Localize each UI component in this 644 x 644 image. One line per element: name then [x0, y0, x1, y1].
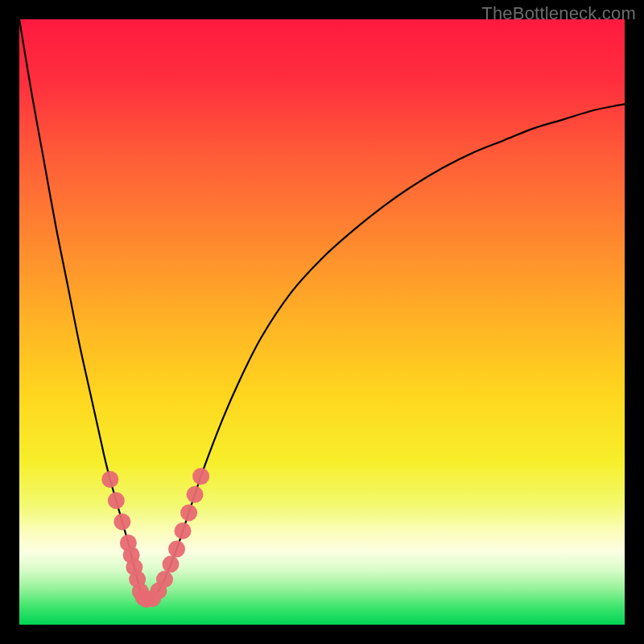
highlight-point [114, 514, 130, 530]
plot-area [19, 19, 625, 625]
highlight-point [187, 486, 204, 503]
highlight-point [101, 471, 118, 488]
highlight-point [175, 522, 192, 539]
highlight-point [156, 571, 173, 588]
highlight-point [163, 555, 180, 572]
chart-frame: TheBottleneck.com [0, 0, 644, 644]
highlight-point [192, 468, 209, 485]
gradient-background [19, 19, 625, 625]
bottleneck-chart [19, 19, 625, 625]
highlight-point [180, 504, 197, 521]
highlight-point [168, 541, 185, 558]
highlight-point [108, 492, 125, 509]
